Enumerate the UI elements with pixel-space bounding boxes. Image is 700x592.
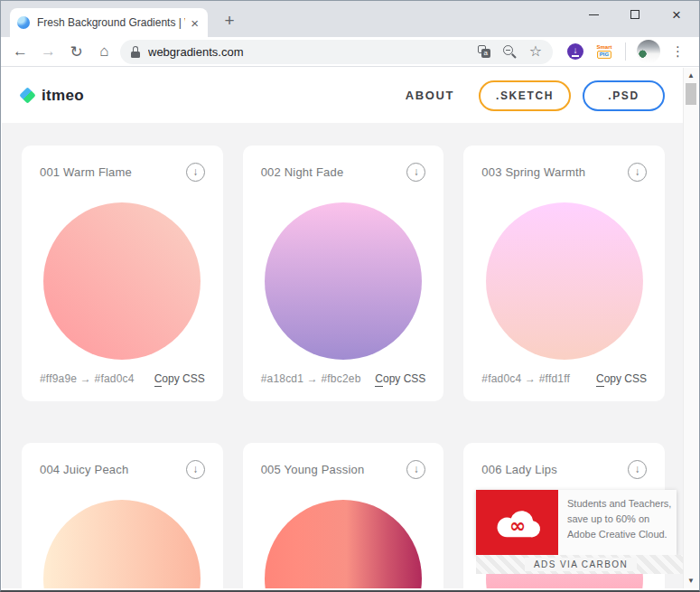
scrollbar-down-icon[interactable]: ▼ <box>684 577 698 585</box>
gradient-card-003: 003 Spring Warmth ↓ #fad0c4 → #ffd1ff Co… <box>463 146 665 401</box>
maximize-button[interactable] <box>621 3 649 26</box>
webgradients-favicon-icon <box>17 16 30 29</box>
ads-via-carbon-strip[interactable]: ADS VIA CARBON <box>476 555 686 574</box>
url-text[interactable]: webgradients.com <box>148 45 465 59</box>
tab-title: Fresh Background Gradients | W <box>37 16 185 29</box>
card-title: 003 Spring Warmth <box>481 165 585 179</box>
back-icon[interactable]: ← <box>6 42 34 61</box>
adobe-cc-logo[interactable]: ∞ <box>476 490 558 555</box>
tab-close-icon[interactable]: × <box>189 16 201 30</box>
card-download-icon[interactable]: ↓ <box>186 163 205 182</box>
browser-window: Fresh Background Gradients | W × + × ← →… <box>0 0 700 592</box>
card-title: 002 Night Fade <box>261 165 344 179</box>
gradient-circle <box>265 500 422 588</box>
extensions-area: ↓ Smart PIG ⋮ <box>558 40 694 63</box>
extensions-separator <box>625 42 626 61</box>
gradient-circle <box>265 202 422 360</box>
site-header: itmeo ABOUT .SKETCH .PSD <box>2 68 683 123</box>
translate-icon[interactable]: a <box>478 45 490 58</box>
page-viewport: itmeo ABOUT .SKETCH .PSD 001 Warm Flame … <box>2 68 698 588</box>
card-download-icon[interactable]: ↓ <box>628 460 647 479</box>
carbon-ad[interactable]: ∞ Students and Teachers, save up to 60% … <box>476 490 677 555</box>
hex-values: #ff9a9e → #fad0c4 <box>40 372 135 385</box>
close-button[interactable]: × <box>663 3 690 26</box>
card-download-icon[interactable]: ↓ <box>406 163 425 182</box>
new-tab-button[interactable]: + <box>220 11 238 31</box>
minimize-icon <box>589 14 599 15</box>
site-nav: ABOUT .SKETCH .PSD <box>406 80 665 111</box>
arrow-glyph: → <box>525 372 536 385</box>
gradient-circle <box>43 202 201 360</box>
gradient-card-004: 004 Juicy Peach ↓ <box>22 443 223 588</box>
copy-css-link[interactable]: Copy CSS <box>375 372 425 387</box>
card-download-icon[interactable]: ↓ <box>186 460 205 479</box>
arrow-glyph: → <box>80 372 91 385</box>
minimize-button[interactable] <box>580 3 607 26</box>
adobe-cloud-icon: ∞ <box>491 503 544 542</box>
scrollbar-up-icon[interactable]: ▲ <box>684 71 698 80</box>
itmeo-logo[interactable]: itmeo <box>22 87 84 105</box>
browser-tab[interactable]: Fresh Background Gradients | W × <box>10 8 208 37</box>
download-extension-icon[interactable]: ↓ <box>567 43 583 60</box>
ads-via-carbon-label: ADS VIA CARBON <box>525 558 637 571</box>
hex-values: #fad0c4 → #ffd1ff <box>481 372 570 385</box>
bookmark-star-icon[interactable]: ☆ <box>529 44 542 59</box>
profile-avatar[interactable] <box>637 40 660 63</box>
about-link[interactable]: ABOUT <box>406 89 454 102</box>
itmeo-diamond-icon <box>19 87 35 103</box>
forward-icon[interactable]: → <box>34 42 62 61</box>
card-title: 005 Young Passion <box>261 463 365 476</box>
card-download-icon[interactable]: ↓ <box>628 163 647 182</box>
psd-download-button[interactable]: .PSD <box>583 80 665 111</box>
page-scrollbar[interactable]: ▲ ▼ <box>683 68 698 588</box>
gradient-card-001: 001 Warm Flame ↓ #ff9a9e → #fad0c4 Copy … <box>22 146 223 401</box>
hex-values: #a18cd1 → #fbc2eb <box>261 372 361 385</box>
browser-menu-icon[interactable]: ⋮ <box>671 43 685 60</box>
window-controls: × <box>565 3 690 26</box>
card-title: 006 Lady Lips <box>481 463 557 476</box>
zoom-out-icon[interactable] <box>503 45 517 59</box>
copy-css-link[interactable]: Copy CSS <box>154 372 205 387</box>
ad-copy[interactable]: Students and Teachers, save up to 60% on… <box>558 490 677 555</box>
scrollbar-thumb[interactable] <box>686 83 696 105</box>
title-bar: Fresh Background Gradients | W × + × <box>1 1 699 37</box>
sketch-download-button[interactable]: .SKETCH <box>479 80 571 111</box>
maximize-icon <box>630 10 639 19</box>
reload-icon[interactable]: ↻ <box>62 42 90 61</box>
address-bar[interactable]: webgradients.com a ☆ <box>120 40 553 64</box>
close-icon: × <box>672 7 681 23</box>
home-icon[interactable]: ⌂ <box>90 42 118 61</box>
gradient-circle <box>43 500 201 588</box>
lock-icon <box>131 46 140 58</box>
smartpig-extension-icon[interactable]: Smart PIG <box>594 44 614 59</box>
gradient-card-005: 005 Young Passion ↓ <box>243 443 444 588</box>
card-title: 004 Juicy Peach <box>40 463 128 476</box>
svg-text:∞: ∞ <box>509 514 525 537</box>
browser-toolbar: ← → ↻ ⌂ webgradients.com a ☆ ↓ <box>1 37 699 67</box>
card-download-icon[interactable]: ↓ <box>406 460 425 479</box>
card-title: 001 Warm Flame <box>40 165 132 179</box>
itmeo-logo-text: itmeo <box>42 87 84 105</box>
gradient-card-002: 002 Night Fade ↓ #a18cd1 → #fbc2eb Copy … <box>243 146 444 401</box>
gradient-circle <box>486 202 643 360</box>
copy-css-link[interactable]: Copy CSS <box>596 372 647 387</box>
arrow-glyph: → <box>307 372 318 385</box>
